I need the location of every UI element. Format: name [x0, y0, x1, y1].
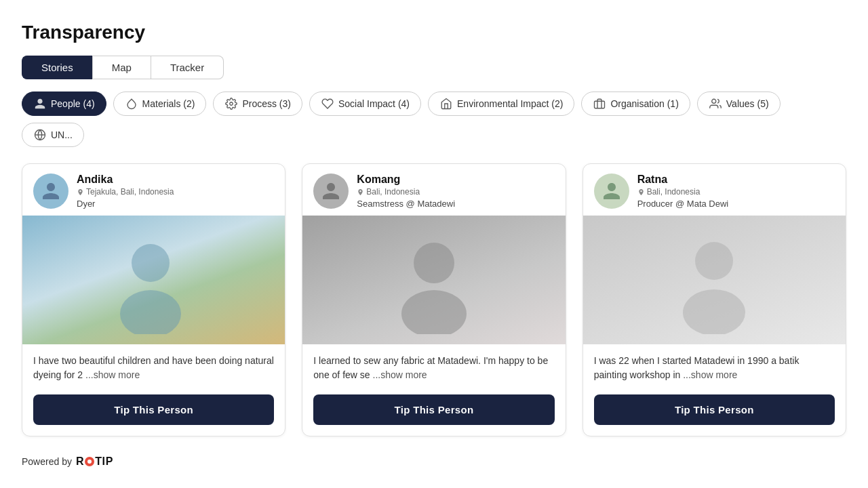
tabs-row: Stories Map Tracker [22, 56, 846, 79]
filter-people[interactable]: People (4) [22, 92, 106, 116]
rootip-logo: RTIP [76, 455, 113, 468]
svg-point-11 [683, 289, 745, 334]
card-andika-name: Andika [77, 174, 174, 186]
powered-by-text: Powered by [22, 456, 72, 467]
card-ratna-info: Ratna Bali, Indonesia Producer @ Mata De… [637, 174, 729, 209]
card-komang-show-more[interactable]: ...show more [373, 369, 427, 380]
svg-point-2 [712, 99, 716, 103]
filter-materials[interactable]: Materials (2) [113, 92, 207, 116]
filters-row: People (4) Materials (2) Process (3) Soc… [22, 92, 846, 147]
tip-komang-button[interactable]: Tip This Person [313, 394, 554, 425]
svg-point-10 [695, 242, 733, 280]
svg-point-8 [414, 243, 454, 283]
svg-point-7 [120, 290, 181, 334]
card-komang: Komang Bali, Indonesia Seamstress @ Mata… [302, 163, 566, 436]
card-komang-info: Komang Bali, Indonesia Seamstress @ Mata… [357, 174, 455, 209]
process-icon [224, 97, 238, 110]
un-icon [33, 128, 47, 142]
svg-point-0 [230, 102, 233, 106]
card-andika-info: Andika Tejakula, Bali, Indonesia Dyer [77, 174, 174, 209]
card-ratna-footer: Tip This Person [583, 389, 846, 436]
card-andika-role: Dyer [77, 199, 174, 209]
card-ratna-location: Bali, Indonesia [637, 187, 729, 197]
avatar-ratna [594, 174, 629, 209]
svg-point-9 [401, 290, 467, 334]
card-andika-photo [22, 216, 285, 344]
filter-organisation[interactable]: Organisation (1) [581, 92, 690, 116]
card-ratna-show-more[interactable]: ...show more [683, 369, 737, 380]
social-impact-icon [321, 97, 334, 110]
card-komang-role: Seamstress @ Matadewi [357, 199, 455, 209]
avatar-komang [313, 174, 349, 209]
values-icon [709, 97, 722, 110]
filter-environmental-impact[interactable]: Environmental Impact (2) [428, 92, 574, 116]
tip-ratna-button[interactable]: Tip This Person [594, 394, 835, 425]
people-icon [33, 97, 47, 110]
card-andika-desc: I have two beautiful children and have b… [22, 344, 285, 389]
card-ratna-header: Ratna Bali, Indonesia Producer @ Mata De… [583, 164, 846, 216]
filter-un[interactable]: UN... [22, 123, 84, 147]
tab-stories[interactable]: Stories [22, 56, 92, 79]
card-ratna-role: Producer @ Mata Dewi [637, 199, 729, 209]
card-komang-location: Bali, Indonesia [357, 187, 455, 197]
tab-map[interactable]: Map [92, 56, 151, 79]
card-ratna-name: Ratna [637, 174, 729, 186]
card-andika: Andika Tejakula, Bali, Indonesia Dyer I … [22, 163, 285, 436]
page-title: Transparency [22, 22, 846, 43]
tab-tracker[interactable]: Tracker [151, 56, 224, 79]
svg-point-6 [132, 244, 170, 282]
card-ratna-photo [583, 216, 846, 344]
card-ratna: Ratna Bali, Indonesia Producer @ Mata De… [583, 163, 846, 436]
svg-rect-1 [595, 101, 605, 108]
tip-andika-button[interactable]: Tip This Person [33, 394, 274, 425]
filter-process[interactable]: Process (3) [213, 92, 302, 116]
organisation-icon [593, 97, 606, 110]
card-andika-show-more[interactable]: ...show more [85, 369, 140, 380]
card-komang-footer: Tip This Person [302, 389, 565, 436]
rootip-o-icon [85, 457, 94, 466]
card-komang-header: Komang Bali, Indonesia Seamstress @ Mata… [302, 164, 565, 216]
avatar-andika [33, 174, 68, 209]
cards-grid: Andika Tejakula, Bali, Indonesia Dyer I … [22, 163, 846, 436]
card-andika-footer: Tip This Person [22, 389, 285, 436]
filter-values[interactable]: Values (5) [697, 92, 781, 116]
card-andika-header: Andika Tejakula, Bali, Indonesia Dyer [22, 164, 285, 216]
card-andika-location: Tejakula, Bali, Indonesia [77, 187, 174, 197]
card-ratna-desc: I was 22 when I started Matadewi in 1990… [583, 344, 846, 389]
card-komang-photo [302, 216, 565, 344]
environmental-icon [439, 97, 453, 110]
card-komang-desc: I learned to sew any fabric at Matadewi.… [302, 344, 565, 389]
materials-icon [125, 97, 138, 110]
filter-social-impact[interactable]: Social Impact (4) [309, 92, 421, 116]
powered-by: Powered by RTIP [22, 455, 846, 468]
card-komang-name: Komang [357, 174, 455, 186]
